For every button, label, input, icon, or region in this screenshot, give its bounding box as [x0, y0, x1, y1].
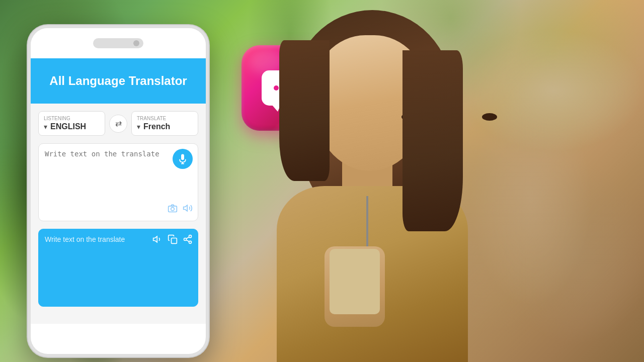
from-language-name: ENGLISH — [50, 122, 86, 131]
phone-camera — [133, 40, 139, 46]
volume-svg — [183, 203, 193, 213]
swap-icon: ⇄ — [115, 119, 122, 128]
output-placeholder-text: Write text on the translate — [45, 235, 192, 243]
to-language-selector[interactable]: Translate ▾ French — [131, 111, 198, 136]
app-header: All Language Translator — [31, 58, 206, 104]
camera-icon[interactable] — [168, 203, 178, 216]
microphone-button[interactable] — [173, 149, 193, 169]
input-text-area — [38, 143, 198, 221]
app-title: All Language Translator — [49, 74, 187, 88]
phone-container: All Language Translator Listening ▾ ENGL… — [28, 25, 209, 357]
input-bottom-icons — [168, 203, 193, 216]
from-language-label: Listening — [44, 116, 100, 121]
from-language-inner: ▾ ENGLISH — [44, 122, 100, 131]
volume-input-icon[interactable] — [183, 203, 193, 216]
output-translation-area: Write text on the translate — [38, 229, 198, 307]
hair-left — [279, 40, 330, 181]
svg-rect-0 — [181, 154, 184, 160]
language-row: Listening ▾ ENGLISH ⇄ Translate ▾ French — [38, 111, 198, 136]
person-background — [231, 0, 644, 362]
swap-languages-button[interactable]: ⇄ — [109, 115, 127, 133]
to-language-label: Translate — [137, 116, 193, 121]
phone-top-bar — [31, 28, 206, 58]
phone-screen-in-hand — [330, 249, 380, 314]
svg-marker-5 — [184, 205, 188, 211]
camera-svg — [168, 203, 178, 213]
phone-frame: All Language Translator Listening ▾ ENGL… — [28, 25, 209, 357]
hair-right — [403, 50, 463, 231]
app-content: Listening ▾ ENGLISH ⇄ Translate ▾ French — [31, 104, 206, 324]
to-language-inner: ▾ French — [137, 122, 193, 131]
from-chevron-icon: ▾ — [44, 123, 47, 131]
to-language-name: French — [143, 122, 170, 131]
svg-point-4 — [171, 207, 175, 211]
to-chevron-icon: ▾ — [137, 123, 140, 131]
phone-notch — [93, 38, 143, 48]
from-language-selector[interactable]: Listening ▾ ENGLISH — [38, 111, 105, 136]
eye-right — [482, 113, 497, 121]
dot-1 — [274, 85, 279, 90]
mic-icon — [178, 153, 187, 164]
text-input[interactable] — [45, 150, 192, 200]
